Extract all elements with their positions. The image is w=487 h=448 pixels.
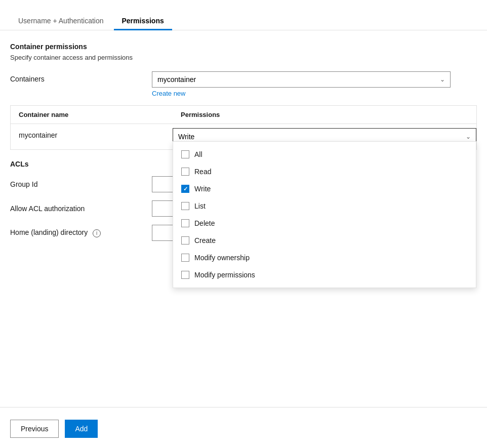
checkbox-read[interactable] [181, 168, 189, 176]
add-button[interactable]: Add [65, 420, 98, 438]
option-delete-label: Delete [194, 219, 215, 227]
allow-acl-label: Allow ACL authorization [10, 205, 152, 213]
checkbox-modify-ownership[interactable] [181, 254, 189, 262]
tabs-container: Username + Authentication Permissions [0, 0, 487, 30]
table-row: mycontainer Write ⌄ All Read [11, 124, 476, 149]
row-container-name: mycontainer [11, 124, 173, 144]
row-permissions: Write ⌄ All Read Write [173, 124, 476, 149]
section-subtitle: Specify container access and permissions [10, 54, 477, 61]
containers-row: Containers mycontainer ⌄ Create new [10, 71, 477, 97]
table-header: Container name Permissions [11, 106, 476, 124]
checkbox-modify-permissions[interactable] [181, 271, 189, 279]
permissions-table: Container name Permissions mycontainer W… [10, 105, 477, 150]
option-delete[interactable]: Delete [173, 215, 476, 232]
option-modify-ownership[interactable]: Modify ownership [173, 249, 476, 266]
containers-value: mycontainer [157, 75, 196, 84]
footer-divider [0, 407, 487, 408]
main-content: Container permissions Specify container … [0, 30, 487, 261]
tab-permissions[interactable]: Permissions [114, 12, 172, 30]
checkbox-write[interactable] [181, 185, 189, 193]
option-all[interactable]: All [173, 146, 476, 163]
checkbox-all[interactable] [181, 150, 189, 158]
checkbox-delete[interactable] [181, 219, 189, 227]
containers-control: mycontainer ⌄ Create new [152, 71, 477, 97]
permissions-selected-value: Write [178, 133, 194, 141]
option-read-label: Read [194, 168, 211, 176]
create-new-link[interactable]: Create new [152, 90, 185, 97]
home-dir-label: Home (landing) directory i [10, 228, 152, 237]
option-modify-permissions-label: Modify permissions [194, 271, 255, 279]
containers-label: Containers [10, 71, 152, 83]
home-dir-info-icon[interactable]: i [93, 229, 101, 237]
tab-auth[interactable]: Username + Authentication [10, 12, 112, 30]
checkbox-create[interactable] [181, 236, 189, 245]
option-modify-permissions[interactable]: Modify permissions [173, 266, 476, 283]
checkbox-list[interactable] [181, 202, 189, 210]
option-write[interactable]: Write [173, 180, 476, 197]
option-modify-ownership-label: Modify ownership [194, 254, 250, 262]
option-create[interactable]: Create [173, 232, 476, 249]
group-id-label: Group Id [10, 180, 152, 188]
option-create-label: Create [194, 236, 216, 245]
previous-button[interactable]: Previous [10, 420, 59, 438]
option-list-label: List [194, 202, 206, 210]
permissions-chevron-icon: ⌄ [466, 133, 471, 140]
footer-buttons: Previous Add [0, 420, 108, 438]
option-all-label: All [194, 150, 202, 158]
containers-chevron-icon: ⌄ [440, 76, 445, 83]
containers-dropdown[interactable]: mycontainer ⌄ [152, 71, 451, 88]
col-permissions-header: Permissions [173, 106, 476, 124]
col-container-name-header: Container name [11, 106, 173, 124]
option-list[interactable]: List [173, 197, 476, 215]
permissions-dropdown-menu: All Read Write List [173, 141, 476, 288]
option-write-label: Write [194, 185, 211, 193]
option-read[interactable]: Read [173, 163, 476, 180]
section-title: Container permissions [10, 43, 477, 51]
